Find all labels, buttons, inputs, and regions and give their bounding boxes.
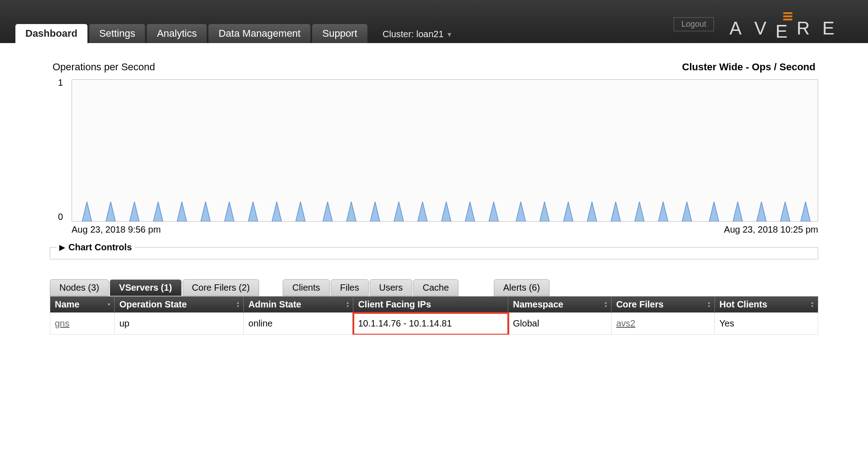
sort-icon: ▲▼ [346,301,350,308]
cell-op-state: up [115,313,244,335]
tab-core-filers[interactable]: Core Filers (2) [183,279,260,296]
tab-alerts[interactable]: Alerts (6) [494,279,550,296]
col-core-filers[interactable]: Core Filers▲▼ [612,297,715,313]
y-axis-max: 1 [58,78,63,88]
tab-settings[interactable]: Settings [89,24,145,43]
chart-title-right: Cluster Wide - Ops / Second [682,61,815,73]
y-axis-min: 0 [58,212,63,222]
brand-accent-e: E [776,12,800,42]
cluster-selector[interactable]: Cluster: loan21 ▼ [383,29,453,39]
logout-button[interactable]: Logout [674,17,714,31]
chart-plot[interactable] [72,79,818,222]
brand-logo: A V E R E [729,14,847,43]
tab-support[interactable]: Support [312,24,367,43]
tab-users[interactable]: Users [370,279,412,296]
x-axis-start: Aug 23, 2018 9:56 pm [72,224,161,235]
chart-svg [72,200,818,221]
tab-dashboard[interactable]: Dashboard [15,24,87,43]
col-client-facing-ips[interactable]: Client Facing IPs [353,297,508,313]
core-filer-link[interactable]: avs2 [616,318,635,328]
table-row: gns up online 10.1.14.76 - 10.1.14.81 Gl… [50,313,818,335]
table-header-row: Name▼ Operation State▲▼ Admin State▲▼ Cl… [50,297,818,313]
top-bar: Logout A V E R E Dashboard Settings Anal… [0,0,868,43]
chevron-down-icon: ▼ [446,31,453,38]
cell-hot-clients: Yes [715,313,818,335]
col-hot-clients[interactable]: Hot Clients▲▼ [715,297,818,313]
tab-analytics[interactable]: Analytics [147,24,207,43]
col-admin-state[interactable]: Admin State▲▼ [244,297,353,313]
vservers-table: Name▼ Operation State▲▼ Admin State▲▼ Cl… [50,296,818,335]
tab-clients[interactable]: Clients [283,279,329,296]
chart-controls-toggle[interactable]: ▶ Chart Controls [57,242,135,253]
dashboard-content: Operations per Second Cluster Wide - Ops… [0,43,868,335]
tab-vservers[interactable]: VServers (1) [110,279,182,296]
x-axis-end: Aug 23, 2018 10:25 pm [724,224,818,235]
chevron-right-icon: ▶ [59,243,65,252]
cell-admin-state: online [244,313,353,335]
sort-icon: ▲▼ [236,301,240,308]
cell-namespace: Global [508,313,612,335]
col-name[interactable]: Name▼ [50,297,115,313]
tab-files[interactable]: Files [331,279,369,296]
col-operation-state[interactable]: Operation State▲▼ [115,297,244,313]
main-nav: Dashboard Settings Analytics Data Manage… [15,24,453,43]
col-namespace[interactable]: Namespace▲▼ [508,297,612,313]
chart-title-row: Operations per Second Cluster Wide - Ops… [50,61,818,73]
tab-data-management[interactable]: Data Management [208,24,310,43]
vserver-name-link[interactable]: gns [55,318,69,328]
chart-area: 1 0 Aug 23, 2018 9:56 pm Aug 23, 2018 10… [50,79,818,235]
tab-cache[interactable]: Cache [413,279,458,296]
sort-icon: ▲▼ [707,301,711,308]
sort-desc-icon: ▼ [107,303,111,307]
x-axis-labels: Aug 23, 2018 9:56 pm Aug 23, 2018 10:25 … [72,224,818,235]
cell-client-facing-ips: 10.1.14.76 - 10.1.14.81 [353,313,508,335]
sort-icon: ▲▼ [810,301,814,308]
chart-title-left: Operations per Second [53,61,155,73]
detail-tabs-row: Nodes (3) VServers (1) Core Filers (2) C… [50,279,818,296]
chart-controls-panel: ▶ Chart Controls [50,242,818,259]
sort-icon: ▲▼ [604,301,608,308]
tab-nodes[interactable]: Nodes (3) [50,279,109,296]
